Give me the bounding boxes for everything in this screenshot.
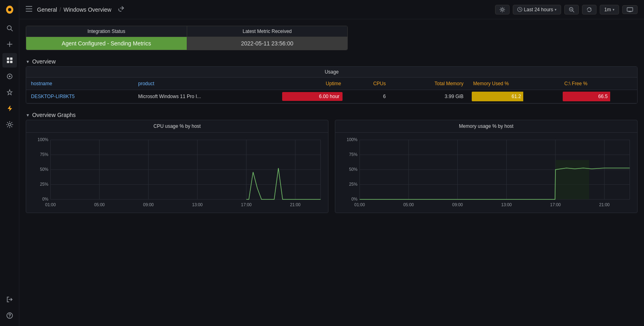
svg-rect-8 bbox=[10, 61, 12, 63]
col-memory-used-pct[interactable]: Memory Used % bbox=[469, 78, 559, 90]
sidebar-item-add[interactable] bbox=[2, 37, 17, 51]
cell-c-free-pct: 66.5 bbox=[559, 90, 637, 103]
svg-text:0%: 0% bbox=[42, 197, 48, 201]
breadcrumb-page: Windows Overview bbox=[64, 6, 111, 13]
table-body: DESKTOP-LIR8KT5 Microsoft Windows 11 Pro… bbox=[26, 90, 637, 103]
svg-text:21:00: 21:00 bbox=[290, 203, 301, 207]
cpu-chart-area: 100% 75% 50% 25% 0% 01:00 05:00 09:00 13… bbox=[26, 133, 328, 213]
status-cards-container: Integration Status Agent Configured - Se… bbox=[26, 26, 348, 50]
cell-uptime: 6.00 hour bbox=[279, 90, 346, 103]
svg-point-14 bbox=[9, 317, 10, 318]
charts-row: CPU usage % by host 100% 75% bbox=[26, 120, 638, 213]
table-header-row: hostname product Uptime CPUs Total Memor… bbox=[26, 78, 637, 90]
svg-text:13:00: 13:00 bbox=[501, 203, 512, 207]
cell-hostname: DESKTOP-LIR8KT5 bbox=[26, 90, 133, 103]
share-icon[interactable] bbox=[118, 6, 124, 13]
sidebar-item-lightning[interactable] bbox=[2, 101, 17, 116]
time-range-button[interactable]: Last 24 hours ▾ bbox=[513, 5, 561, 14]
interval-button[interactable]: 1m ▾ bbox=[600, 5, 619, 14]
cell-product: Microsoft Windows 11 Pro I... bbox=[133, 90, 279, 103]
sidebar-item-search[interactable] bbox=[2, 21, 17, 35]
svg-text:09:00: 09:00 bbox=[143, 203, 154, 207]
sidebar bbox=[0, 0, 19, 326]
zoom-out-button[interactable] bbox=[564, 5, 579, 14]
integration-status-card: Integration Status Agent Configured - Se… bbox=[26, 26, 187, 50]
svg-text:100%: 100% bbox=[37, 137, 48, 142]
svg-point-11 bbox=[8, 123, 11, 126]
svg-rect-24 bbox=[627, 8, 633, 11]
breadcrumb-home[interactable]: General bbox=[37, 6, 57, 13]
sidebar-item-explore[interactable] bbox=[2, 69, 17, 84]
col-hostname[interactable]: hostname bbox=[26, 78, 133, 90]
cpu-chart-box: CPU usage % by host 100% 75% bbox=[26, 120, 328, 213]
sidebar-logo[interactable] bbox=[3, 3, 16, 16]
svg-text:100%: 100% bbox=[347, 137, 357, 142]
sidebar-item-dashboards[interactable] bbox=[2, 53, 17, 68]
overview-graphs-header[interactable]: ▼ Overview Graphs bbox=[26, 110, 638, 120]
usage-header: Usage bbox=[26, 67, 637, 78]
overview-header[interactable]: ▼ Overview bbox=[26, 57, 638, 66]
svg-text:25%: 25% bbox=[40, 182, 48, 187]
svg-rect-7 bbox=[7, 61, 9, 63]
topbar-right: Last 24 hours ▾ 1m ▾ bbox=[495, 5, 638, 14]
interval-chevron: ▾ bbox=[613, 8, 615, 12]
svg-text:50%: 50% bbox=[40, 167, 48, 172]
settings-button[interactable] bbox=[495, 5, 510, 14]
col-cpus[interactable]: CPUs bbox=[346, 78, 390, 90]
svg-text:17:00: 17:00 bbox=[241, 203, 252, 207]
svg-text:17:00: 17:00 bbox=[550, 203, 561, 207]
sidebar-item-logout[interactable] bbox=[2, 292, 17, 307]
svg-point-10 bbox=[9, 76, 10, 77]
col-product[interactable]: product bbox=[133, 78, 279, 90]
overview-graphs-chevron: ▼ bbox=[26, 113, 30, 117]
sidebar-item-settings[interactable] bbox=[2, 117, 17, 132]
overview-section: ▼ Overview Usage hostname product Uptime… bbox=[26, 57, 638, 104]
hamburger-icon[interactable] bbox=[26, 6, 32, 13]
sidebar-item-help[interactable] bbox=[2, 308, 17, 323]
svg-text:75%: 75% bbox=[40, 152, 48, 157]
svg-text:05:00: 05:00 bbox=[94, 203, 105, 207]
svg-line-2 bbox=[11, 29, 12, 31]
svg-text:0%: 0% bbox=[351, 197, 357, 201]
topbar: General / Windows Overview bbox=[19, 0, 644, 19]
overview-graphs-label: Overview Graphs bbox=[32, 112, 76, 118]
time-range-label: Last 24 hours bbox=[524, 7, 553, 12]
svg-text:25%: 25% bbox=[349, 182, 357, 187]
svg-line-22 bbox=[573, 10, 574, 12]
breadcrumb: General / Windows Overview bbox=[37, 6, 111, 13]
latest-metric-title: Latest Metric Received bbox=[187, 26, 348, 37]
svg-text:75%: 75% bbox=[349, 152, 357, 157]
overview-graphs-section: ▼ Overview Graphs CPU usage % by host bbox=[26, 110, 638, 213]
overview-chevron: ▼ bbox=[26, 59, 30, 64]
col-total-memory[interactable]: Total Memory bbox=[391, 78, 469, 90]
memory-chart-svg: 100% 75% 50% 25% 0% 01:00 05:00 09:00 13… bbox=[339, 136, 634, 208]
cpu-chart-svg: 100% 75% 50% 25% 0% 01:00 05:00 09:00 13… bbox=[29, 136, 325, 208]
cell-memory-used-pct: 61.2 bbox=[469, 90, 559, 103]
svg-rect-73 bbox=[555, 160, 589, 199]
svg-text:21:00: 21:00 bbox=[599, 203, 610, 207]
svg-text:01:00: 01:00 bbox=[45, 203, 56, 207]
memory-chart-title: Memory usage % by host bbox=[335, 120, 637, 133]
tv-mode-button[interactable] bbox=[622, 5, 638, 14]
col-uptime[interactable]: Uptime bbox=[279, 78, 346, 90]
col-c-free-pct[interactable]: C:\ Free % bbox=[559, 78, 637, 90]
svg-text:01:00: 01:00 bbox=[354, 203, 365, 207]
table-row: DESKTOP-LIR8KT5 Microsoft Windows 11 Pro… bbox=[26, 90, 637, 103]
sidebar-item-alerting[interactable] bbox=[2, 85, 17, 100]
cell-total-memory: 3.99 GiB bbox=[391, 90, 469, 103]
breadcrumb-separator: / bbox=[60, 6, 61, 13]
svg-text:05:00: 05:00 bbox=[403, 203, 414, 207]
memory-chart-box: Memory usage % by host 100% 75% bbox=[335, 120, 638, 213]
memory-chart-area: 100% 75% 50% 25% 0% 01:00 05:00 09:00 13… bbox=[335, 133, 637, 213]
time-range-chevron: ▾ bbox=[555, 8, 557, 12]
refresh-button[interactable] bbox=[582, 5, 597, 14]
latest-metric-card: Latest Metric Received 2022-05-11 23:56:… bbox=[187, 26, 348, 50]
overview-table-container: Usage hostname product Uptime CPUs Total… bbox=[26, 66, 638, 104]
overview-label: Overview bbox=[32, 58, 56, 65]
svg-text:09:00: 09:00 bbox=[452, 203, 463, 207]
content-area: Integration Status Agent Configured - Se… bbox=[19, 19, 644, 326]
overview-table: hostname product Uptime CPUs Total Memor… bbox=[26, 78, 637, 103]
latest-metric-value: 2022-05-11 23:56:00 bbox=[187, 37, 348, 50]
integration-status-value: Agent Configured - Sending Metrics bbox=[26, 37, 187, 50]
sidebar-bottom bbox=[2, 292, 17, 323]
